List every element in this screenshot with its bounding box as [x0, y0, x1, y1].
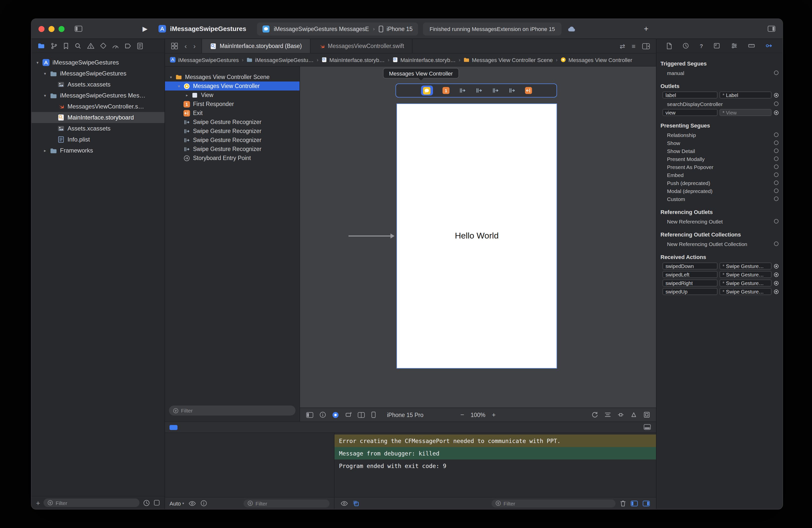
- size-inspector-icon[interactable]: [748, 43, 755, 49]
- show-types-eye-icon[interactable]: [188, 501, 196, 506]
- quick-help-inspector-icon[interactable]: ?: [700, 43, 703, 49]
- outlet-name-pill[interactable]: label: [663, 91, 717, 99]
- action-source-pill[interactable]: *Swipe Gesture…: [720, 271, 771, 278]
- gesture-recognizer-icon[interactable]: [492, 87, 499, 94]
- gesture-recognizer-icon[interactable]: [459, 87, 466, 94]
- console-line-runtime-issue[interactable]: Error creating the CFMessagePort needed …: [334, 435, 656, 447]
- breadcrumb-project[interactable]: iMessageSwipeGestures: [170, 57, 239, 63]
- first-responder-icon[interactable]: 1: [442, 87, 449, 94]
- minimize-window-button[interactable]: [48, 26, 55, 32]
- console-line-exit[interactable]: Program ended with exit code: 9: [334, 459, 656, 472]
- zoom-in-icon[interactable]: +: [492, 411, 495, 419]
- split-view-icon[interactable]: [358, 412, 365, 418]
- variables-filter-field[interactable]: [244, 499, 330, 507]
- disclosure-icon[interactable]: ▾: [178, 84, 184, 88]
- breadcrumb-group[interactable]: iMessageSwipeGestu…: [246, 57, 314, 63]
- flat-list-icon[interactable]: [154, 499, 160, 506]
- outline-row-gesture[interactable]: Swipe Gesture Recognizer: [165, 127, 300, 135]
- identity-inspector-icon[interactable]: [714, 43, 720, 49]
- connection-well-icon[interactable]: [774, 241, 779, 246]
- tab-storyboard[interactable]: MainInterface.storyboard (Base): [202, 39, 310, 53]
- connections-inspector-icon[interactable]: [766, 43, 772, 49]
- fullscreen-window-button[interactable]: [58, 26, 64, 32]
- console-visibility-eye-icon[interactable]: [340, 501, 348, 506]
- action-source-pill[interactable]: *Swipe Gesture…: [720, 279, 771, 287]
- add-constraints-icon[interactable]: [618, 411, 624, 418]
- connection-well-icon[interactable]: [774, 180, 779, 185]
- action-name-pill[interactable]: swipedUp: [663, 288, 717, 295]
- file-row-project[interactable]: ▾ iMessageSwipeGestures: [31, 57, 164, 68]
- zoom-out-icon[interactable]: −: [460, 411, 464, 419]
- action-name-pill[interactable]: swipedLeft: [663, 271, 717, 278]
- action-source-pill[interactable]: *Swipe Gesture…: [720, 288, 771, 295]
- add-editor-icon[interactable]: [642, 43, 650, 49]
- info-icon[interactable]: [201, 500, 207, 507]
- messages-view-controller-icon[interactable]: [423, 87, 431, 94]
- outlet-destination-pill[interactable]: *Label: [720, 91, 771, 99]
- resolve-autolayout-icon[interactable]: [630, 411, 637, 418]
- file-row-swift[interactable]: MessagesViewController.s…: [31, 101, 164, 112]
- console-view[interactable]: Error creating the CFMessagePort needed …: [334, 433, 656, 497]
- connection-well-icon[interactable]: [774, 196, 779, 201]
- run-button[interactable]: ▶: [143, 25, 147, 32]
- outlet-destination-pill[interactable]: *View: [720, 109, 771, 116]
- connection-well-icon[interactable]: [774, 264, 779, 268]
- file-row-assets[interactable]: Assets.xcassets: [31, 79, 164, 90]
- device-icon[interactable]: [371, 411, 376, 418]
- connection-well-icon[interactable]: [774, 219, 779, 223]
- scheme-selector[interactable]: iMessageSwipeGestures MessagesE › iPhone…: [257, 22, 418, 35]
- disclosure-icon[interactable]: ▾: [170, 75, 175, 79]
- breakpoints-navigator-icon[interactable]: [125, 43, 131, 49]
- project-navigator-icon[interactable]: [38, 43, 45, 49]
- add-file-button[interactable]: +: [36, 499, 40, 507]
- outline-row-gesture[interactable]: Swipe Gesture Recognizer: [165, 145, 300, 153]
- outline-row-gesture[interactable]: Swipe Gesture Recognizer: [165, 135, 300, 145]
- console-filter-field[interactable]: [492, 499, 615, 507]
- connection-well-icon[interactable]: [774, 93, 779, 97]
- device-label[interactable]: iPhone 15 Pro: [387, 412, 423, 418]
- connection-well-icon[interactable]: [774, 157, 779, 161]
- disclosure-icon[interactable]: ▾: [37, 60, 43, 65]
- disclosure-icon[interactable]: ▾: [44, 71, 50, 76]
- hello-world-label[interactable]: Hello World: [455, 231, 498, 241]
- debug-run-chip[interactable]: [170, 425, 177, 430]
- toggle-inspector-icon[interactable]: [768, 26, 775, 32]
- breadcrumb-scene[interactable]: Messages View Controller Scene: [464, 57, 553, 63]
- connection-well-icon[interactable]: [774, 289, 779, 294]
- storyboard-entry-point-arrow[interactable]: [348, 235, 391, 236]
- outline-filter-field[interactable]: [169, 406, 295, 415]
- connection-well-icon[interactable]: [774, 272, 779, 277]
- add-tab-button[interactable]: +: [644, 25, 649, 33]
- file-row-frameworks[interactable]: ▸ Frameworks: [31, 145, 164, 156]
- action-source-pill[interactable]: *Swipe Gesture…: [720, 263, 771, 269]
- show-variables-pane-icon[interactable]: [630, 500, 638, 506]
- variables-filter-input[interactable]: [256, 500, 325, 506]
- hide-debug-area-icon[interactable]: [643, 424, 651, 430]
- gesture-recognizer-icon[interactable]: [508, 87, 515, 94]
- zoom-level[interactable]: 100%: [471, 412, 485, 418]
- breadcrumb-view-controller[interactable]: Messages View Controller: [561, 57, 632, 63]
- accessibility-icon[interactable]: [319, 411, 326, 418]
- swap-editor-icon[interactable]: ⇄: [620, 42, 625, 50]
- outline-row-view[interactable]: ▸ View: [165, 90, 300, 100]
- gesture-recognizer-icon[interactable]: [475, 87, 482, 94]
- forward-icon[interactable]: ›: [193, 42, 195, 50]
- console-layers-icon[interactable]: [352, 500, 359, 507]
- update-frames-icon[interactable]: [592, 411, 598, 418]
- attributes-inspector-icon[interactable]: [731, 43, 737, 49]
- disclosure-icon[interactable]: ▾: [44, 93, 50, 98]
- orientation-icon[interactable]: [345, 411, 351, 418]
- run-destination[interactable]: iPhone 15: [379, 25, 413, 32]
- connection-well-icon[interactable]: [774, 132, 779, 137]
- exit-icon[interactable]: [525, 87, 532, 94]
- file-row-assets[interactable]: Assets.xcassets: [31, 123, 164, 134]
- reports-navigator-icon[interactable]: [137, 42, 143, 49]
- file-row-plist[interactable]: Info.plist: [31, 134, 164, 145]
- file-row-storyboard-selected[interactable]: MainInterface.storyboard: [31, 112, 164, 123]
- console-line-debugger[interactable]: Message from debugger: killed: [334, 447, 656, 459]
- outline-row-entry-point[interactable]: Storyboard Entry Point: [165, 153, 300, 162]
- outline-row-first-responder[interactable]: 1 First Responder: [165, 100, 300, 108]
- console-filter-input[interactable]: [504, 500, 611, 506]
- breadcrumb-storyboard-base[interactable]: MainInterface.storyb…: [392, 57, 456, 63]
- storyboard-canvas[interactable]: Messages View Controller 1: [300, 67, 656, 422]
